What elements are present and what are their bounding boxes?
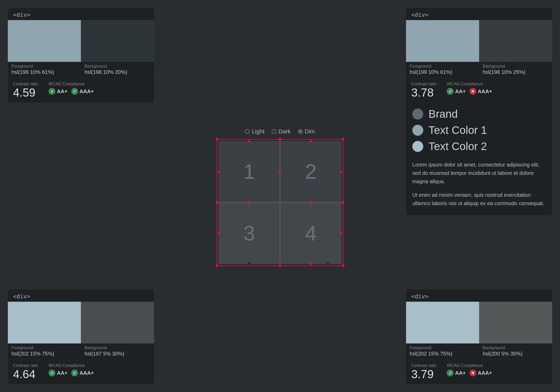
background-info-bl: Background hsl(197 5% 30%) bbox=[81, 343, 154, 360]
color-swatches-top-left bbox=[8, 20, 154, 62]
card-top-right-tag: <div> bbox=[406, 8, 552, 20]
badge-aa-icon-tr: ✓ bbox=[447, 88, 454, 95]
wcag-badges-tr: ✓ AA+ ✕ AAA+ bbox=[447, 88, 492, 95]
grid-cell-2: 2 bbox=[280, 141, 341, 202]
contrast-value-tr: 3.78 bbox=[411, 87, 436, 98]
wcag-label-br: WCAG Compliance bbox=[447, 363, 492, 368]
grid-cell-4-number: 4 bbox=[305, 221, 317, 245]
badge-aaa-br: ✕ AAA+ bbox=[469, 370, 492, 376]
theme-dim-label: Dim bbox=[305, 128, 315, 135]
foreground-info-tr: Foreground hsl(199 10% 61%) bbox=[406, 62, 479, 78]
theme-light-option[interactable]: Light bbox=[245, 128, 264, 135]
foreground-swatch-bl bbox=[8, 302, 81, 343]
background-value-tl: hsl(198 10% 20%) bbox=[85, 69, 150, 75]
contrast-value-tl: 4.59 bbox=[13, 87, 38, 98]
layout-grid: 1 2 3 4 bbox=[219, 141, 341, 264]
card-top-left: <div> Foreground hsl(199 10% 61%) Backgr… bbox=[8, 8, 154, 103]
badge-aaa-bl: ✓ AAA+ bbox=[71, 370, 94, 376]
background-label-br: Background bbox=[483, 346, 549, 350]
legend-brand-label: Brand bbox=[428, 108, 458, 120]
contrast-value-br: 3.79 bbox=[411, 369, 436, 380]
card-bottom-br-section: Contrast ratio 3.79 WCAG Compliance ✓ AA… bbox=[406, 360, 552, 384]
foreground-value-br: hsl(202 15% 75%) bbox=[410, 351, 475, 357]
theme-dark-option[interactable]: Dark bbox=[272, 128, 290, 135]
background-value-bl: hsl(197 5% 30%) bbox=[85, 351, 150, 357]
foreground-value-tl: hsl(199 10% 61%) bbox=[11, 69, 77, 75]
wcag-tr: WCAG Compliance ✓ AA+ ✕ AAA+ bbox=[447, 82, 492, 95]
handle-inner-t bbox=[279, 138, 281, 141]
wcag-badges-tl: ✓ AA+ ✓ AAA+ bbox=[49, 88, 94, 95]
card-bottom-tr: Contrast ratio 3.78 WCAG Compliance ✓ AA… bbox=[406, 78, 552, 103]
handle-tr bbox=[342, 138, 344, 141]
contrast-label-bl: Contrast ratio bbox=[13, 363, 38, 368]
card-bottom-left-tag: <div> bbox=[8, 289, 154, 302]
theme-dark-label: Dark bbox=[278, 128, 290, 135]
legend-text2-dot bbox=[412, 141, 423, 152]
legend-text2: Text Color 2 bbox=[412, 140, 546, 153]
grid-container: 1 2 3 4 bbox=[219, 141, 341, 264]
badge-aa-icon-bl: ✓ bbox=[49, 370, 55, 376]
handle-tl bbox=[216, 138, 218, 141]
contrast-tl: Contrast ratio 4.59 bbox=[13, 82, 38, 98]
foreground-label-tr: Foreground bbox=[410, 64, 475, 69]
wcag-label-tr: WCAG Compliance bbox=[447, 82, 492, 86]
card-top-left-tag: <div> bbox=[8, 8, 154, 20]
grid-cell-3-number: 3 bbox=[243, 221, 255, 245]
contrast-br: Contrast ratio 3.79 bbox=[411, 363, 436, 380]
card-bottom-tl: Contrast ratio 4.59 WCAG Compliance ✓ AA… bbox=[8, 78, 154, 103]
theme-dim-option[interactable]: Dim bbox=[298, 128, 315, 135]
badge-aa-icon-br: ✓ bbox=[447, 370, 454, 376]
radio-dim[interactable] bbox=[298, 129, 303, 134]
legend-section: Brand Text Color 1 Text Color 2 Lorem ip… bbox=[406, 103, 552, 215]
badge-aa-bl: ✓ AA+ bbox=[49, 370, 68, 376]
grid-cell-3: 3 bbox=[219, 203, 280, 264]
wcag-label-tl: WCAG Compliance bbox=[49, 82, 94, 86]
foreground-label-tl: Foreground bbox=[11, 64, 77, 69]
foreground-info-bl: Foreground hsl(202 15% 75%) bbox=[8, 343, 81, 360]
lorem-1: Lorem ipsum dolor sit amet, consectetur … bbox=[412, 161, 546, 186]
wcag-br: WCAG Compliance ✓ AA+ ✕ AAA+ bbox=[447, 363, 492, 376]
legend-text1-label: Text Color 1 bbox=[428, 124, 487, 136]
badge-aa-label-tl: AA+ bbox=[57, 88, 68, 94]
background-info-tl: Background hsl(198 10% 20%) bbox=[81, 62, 154, 78]
contrast-label-br: Contrast ratio bbox=[411, 363, 436, 368]
radio-dark[interactable] bbox=[272, 129, 276, 134]
legend-text1: Text Color 1 bbox=[412, 124, 546, 136]
contrast-label-tr: Contrast ratio bbox=[411, 82, 436, 86]
wcag-label-bl: WCAG Compliance bbox=[49, 363, 94, 368]
badge-aaa-icon-tl: ✓ bbox=[71, 88, 78, 95]
badge-aa-label-tr: AA+ bbox=[455, 88, 466, 94]
legend-text2-label: Text Color 2 bbox=[428, 140, 487, 153]
contrast-value-bl: 4.64 bbox=[13, 369, 38, 380]
badge-aa-br: ✓ AA+ bbox=[447, 370, 466, 376]
grid-cell-1-number: 1 bbox=[243, 160, 255, 184]
card-bottom-left: <div> Foreground hsl(202 15% 75%) Backgr… bbox=[8, 289, 154, 384]
foreground-swatch-br bbox=[406, 302, 479, 343]
background-label-tl: Background bbox=[85, 64, 150, 69]
badge-aaa-icon-tr: ✕ bbox=[469, 88, 476, 95]
wcag-bl: WCAG Compliance ✓ AA+ ✓ AAA+ bbox=[49, 363, 94, 376]
legend-brand-dot bbox=[412, 109, 423, 120]
badge-aa-icon-tl: ✓ bbox=[49, 88, 55, 95]
wcag-badges-bl: ✓ AA+ ✓ AAA+ bbox=[49, 370, 94, 376]
foreground-label-br: Foreground bbox=[410, 346, 475, 350]
badge-aaa-label-bl: AAA+ bbox=[80, 370, 94, 376]
badge-aaa-label-tr: AAA+ bbox=[478, 88, 492, 94]
card-bottom-bl-section: Contrast ratio 4.64 WCAG Compliance ✓ AA… bbox=[8, 360, 154, 384]
handle-mr bbox=[342, 201, 344, 204]
wcag-badges-br: ✓ AA+ ✕ AAA+ bbox=[447, 370, 492, 376]
badge-aaa-icon-br: ✕ bbox=[469, 370, 476, 376]
background-label-tr: Background bbox=[483, 64, 549, 69]
foreground-swatch-tr bbox=[406, 20, 479, 62]
color-swatches-tr bbox=[406, 20, 552, 62]
background-label-bl: Background bbox=[85, 346, 150, 350]
background-value-tr: hsl(198 10% 25%) bbox=[483, 69, 549, 75]
contrast-bl: Contrast ratio 4.64 bbox=[13, 363, 38, 380]
radio-light[interactable] bbox=[245, 129, 250, 134]
background-swatch-tr bbox=[479, 20, 552, 62]
handle-inner-b bbox=[279, 264, 281, 267]
color-swatches-br bbox=[406, 302, 552, 343]
badge-aaa-label-tl: AAA+ bbox=[80, 88, 94, 94]
foreground-label-bl: Foreground bbox=[11, 346, 77, 350]
background-info-br: Background hsl(200 5% 35%) bbox=[479, 343, 552, 360]
